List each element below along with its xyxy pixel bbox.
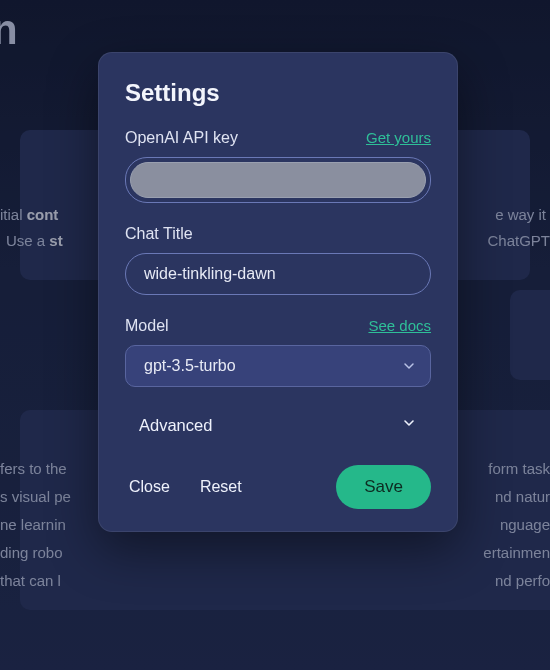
settings-modal: Settings OpenAI API key Get yours Chat T… — [98, 52, 458, 532]
close-button[interactable]: Close — [125, 472, 174, 502]
field-chat-title: Chat Title — [125, 225, 431, 295]
field-model: Model See docs gpt-3.5-turbo — [125, 317, 431, 387]
modal-title: Settings — [125, 79, 431, 107]
api-key-input[interactable] — [130, 162, 426, 198]
model-label: Model — [125, 317, 169, 335]
advanced-toggle[interactable]: Advanced — [125, 409, 431, 441]
field-api-key: OpenAI API key Get yours — [125, 129, 431, 203]
model-selected-value: gpt-3.5-turbo — [144, 357, 236, 375]
modal-footer: Close Reset Save — [125, 465, 431, 509]
api-key-label: OpenAI API key — [125, 129, 238, 147]
chat-title-label: Chat Title — [125, 225, 193, 243]
chevron-down-icon — [401, 415, 417, 435]
advanced-label: Advanced — [139, 416, 212, 435]
get-yours-link[interactable]: Get yours — [366, 129, 431, 146]
see-docs-link[interactable]: See docs — [368, 317, 431, 334]
chat-title-input[interactable] — [125, 253, 431, 295]
model-select[interactable]: gpt-3.5-turbo — [125, 345, 431, 387]
reset-button[interactable]: Reset — [196, 472, 246, 502]
api-key-input-wrap — [125, 157, 431, 203]
save-button[interactable]: Save — [336, 465, 431, 509]
